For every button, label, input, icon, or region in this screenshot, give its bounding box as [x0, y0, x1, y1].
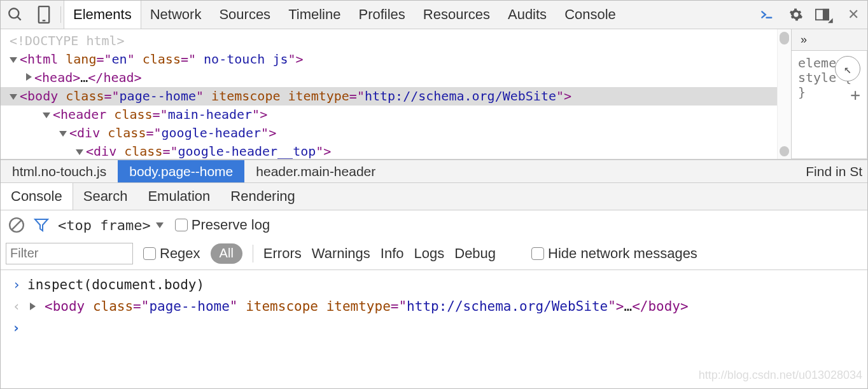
- tab-profiles[interactable]: Profiles: [349, 1, 414, 29]
- level-errors[interactable]: Errors: [263, 245, 302, 262]
- filter-funnel-icon[interactable]: [34, 217, 49, 233]
- preserve-log-checkbox[interactable]: Preserve log: [175, 217, 270, 233]
- tab-console[interactable]: Console: [556, 1, 625, 29]
- show-console-icon[interactable]: [753, 1, 781, 29]
- level-info[interactable]: Info: [381, 245, 404, 262]
- devtools-toolbar: Elements Network Sources Timeline Profil…: [1, 1, 867, 29]
- level-debug[interactable]: Debug: [454, 245, 496, 262]
- node-html[interactable]: <html lang="en" class=" no-touch js">: [10, 50, 773, 69]
- main-tabs: Elements Network Sources Timeline Profil…: [64, 1, 625, 29]
- node-head[interactable]: <head>…</head>: [26, 69, 773, 87]
- console-filter-row: Regex All Errors Warnings Info Logs Debu…: [1, 240, 867, 270]
- clear-console-icon[interactable]: [8, 217, 25, 233]
- breadcrumb-item-2[interactable]: header.main-header: [244, 160, 387, 182]
- settings-gear-icon[interactable]: [781, 1, 810, 29]
- console-prompt[interactable]: ›: [12, 317, 861, 339]
- dom-tree[interactable]: <!DOCTYPE html> <html lang="en" class=" …: [1, 29, 777, 159]
- node-div2[interactable]: <div class="google-header__top">: [76, 142, 773, 159]
- drawer-tab-search[interactable]: Search: [73, 183, 138, 210]
- drawer-tab-emulation[interactable]: Emulation: [137, 183, 220, 210]
- dock-icon[interactable]: ◢: [810, 1, 839, 29]
- search-icon[interactable]: [1, 1, 29, 29]
- styles-sidebar: » ↖ + element.style { }: [791, 29, 867, 159]
- node-body[interactable]: <body class="page--home" itemscope itemt…: [1, 87, 777, 106]
- node-div1[interactable]: <div class="google-header">: [59, 124, 773, 142]
- find-in-styles[interactable]: Find in St: [801, 164, 867, 179]
- toolbar-divider: [60, 6, 61, 23]
- breadcrumb-item-0[interactable]: html.no-touch.js: [1, 160, 118, 182]
- tab-audits[interactable]: Audits: [499, 1, 556, 29]
- tab-elements[interactable]: Elements: [64, 1, 141, 29]
- console-input-line: › inspect(document.body): [12, 274, 861, 296]
- tab-resources[interactable]: Resources: [414, 1, 499, 29]
- tab-network[interactable]: Network: [141, 1, 211, 29]
- node-header[interactable]: <header class="main-header">: [43, 106, 773, 124]
- regex-checkbox[interactable]: Regex: [143, 245, 200, 262]
- svg-marker-9: [35, 219, 48, 231]
- drawer-tabs: Console Search Emulation Rendering: [1, 182, 867, 210]
- tree-scrollbar[interactable]: [777, 29, 791, 159]
- device-icon[interactable]: [29, 1, 58, 29]
- svg-line-8: [11, 220, 21, 229]
- add-rule-icon[interactable]: +: [850, 88, 860, 102]
- svg-point-0: [9, 8, 18, 18]
- level-warnings[interactable]: Warnings: [312, 245, 370, 262]
- sidebar-more-button[interactable]: »: [792, 29, 867, 51]
- frame-selector[interactable]: <top frame>: [58, 217, 166, 233]
- tab-timeline[interactable]: Timeline: [279, 1, 349, 29]
- close-icon[interactable]: ✕: [839, 1, 867, 29]
- elements-panel: <!DOCTYPE html> <html lang="en" class=" …: [1, 29, 867, 160]
- drawer-tab-console[interactable]: Console: [1, 183, 73, 210]
- watermark: http://blog.csdn.net/u013028034: [699, 364, 862, 386]
- level-logs[interactable]: Logs: [414, 245, 445, 262]
- breadcrumb-item-1[interactable]: body.page--home: [118, 160, 244, 182]
- drawer-tab-rendering[interactable]: Rendering: [220, 183, 305, 210]
- hide-network-checkbox[interactable]: Hide network messages: [531, 245, 697, 262]
- level-all[interactable]: All: [211, 243, 242, 264]
- node-doctype[interactable]: <!DOCTYPE html>: [10, 32, 773, 50]
- console-controls: <top frame> Preserve log: [1, 210, 867, 240]
- tab-sources[interactable]: Sources: [210, 1, 279, 29]
- toggle-state-icon[interactable]: ↖: [835, 56, 860, 81]
- console-result-line[interactable]: ‹ <body class="page--home" itemscope ite…: [12, 296, 861, 317]
- svg-line-1: [17, 17, 20, 20]
- breadcrumb: html.no-touch.js body.page--home header.…: [1, 160, 867, 182]
- console-output[interactable]: › inspect(document.body) ‹ <body class="…: [1, 270, 867, 388]
- filter-input[interactable]: [6, 243, 133, 264]
